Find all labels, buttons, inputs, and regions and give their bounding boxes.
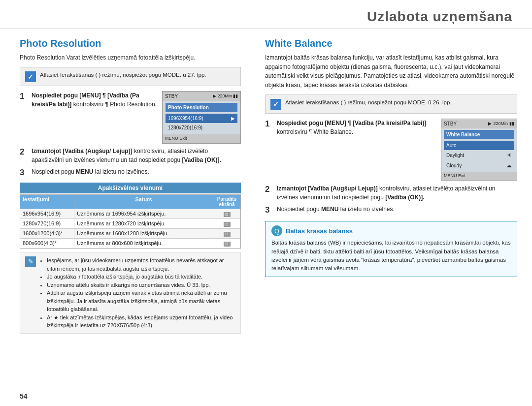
tip-box: Q Baltās krāsas balanss Baltās krāsas ba… (265, 221, 517, 277)
wb-camera-body: White Balance Auto Daylight ☀ (441, 128, 517, 172)
content-2: Uzņēmums ar 1280x720 izšķirtspēju. (74, 219, 213, 228)
camera-item-1: 1696X954(16:9) ▶ (166, 114, 237, 123)
white-balance-desc: Izmantojot baltās krāsas balansa funkcij… (265, 53, 517, 90)
step2-right-bold: Izmantojot [Vadība (Augšup/ Lejup)] (277, 185, 378, 192)
step1-normal: kontrolsviru ¶ Photo Resolution. (73, 101, 157, 108)
note-box-right: ✓ Atlasiet Ierakstīšanas ( ) režīmu, nos… (265, 94, 517, 114)
setting-4: 800x600(4:3)* (20, 239, 74, 248)
tip-body: Baltās krāsas balanss (WB) ir nepiecieša… (271, 239, 511, 273)
note-box-left: ✓ Atlasiet Ierakstīšanas ( ) režīmu, nos… (20, 67, 241, 86)
step-2: 2 Izmantojot [Vadība (Augšup/ Lejup)] ko… (20, 147, 241, 164)
check-icon-right: ✓ (270, 99, 281, 110)
camera-item-2: 1280x720(16:9) (166, 123, 237, 132)
right-column: White Balance Izmantojot baltās krāsas b… (251, 29, 532, 406)
table-row: 1600x1200(4:3)* Uzņēmums ar 1600x1200 iz… (20, 228, 240, 238)
wb-camera-ui: STBY ▶ 220Min ▮▮ White Balance (441, 119, 517, 181)
camera-body-left: Photo Resolution 1696X954(16:9) ▶ 1280x7… (163, 101, 240, 134)
tip-icon: Q (271, 225, 282, 236)
col-header-display: Parādīts ekrānā (213, 195, 240, 209)
page-number: 54 (20, 392, 28, 400)
steps-right: 1 Nospiediet pogu [MENU] ¶ [Vadība (Pa k… (265, 119, 517, 216)
tip-title: Baltās krāsas balanss (286, 227, 353, 235)
list-item: Iespējams, ar jūsu videokameru uzņemtos … (47, 256, 235, 273)
icon-1: ⊡ (213, 209, 240, 219)
table-head: Iestatījumi Saturs Parādīts ekrānā (20, 195, 240, 209)
wb-menu-title: White Balance (444, 130, 514, 139)
left-column: Photo Resolution Photo Resolution Varat … (0, 29, 251, 406)
step3-right-end: lai izietu no izvēlnes. (340, 206, 395, 213)
step-3: 3 Nospiediet pogu MENU lai izietu no izv… (20, 167, 241, 179)
step-1: 1 Nospiediet pogu [MENU] ¶ [Vadība (Pa k… (20, 91, 241, 144)
table-row: 1696x954(16:9) Uzņēmums ar 1696x954 izšķ… (20, 209, 240, 219)
step1-right-normal: kontrolsviru ¶ White Balance. (277, 128, 353, 135)
list-item: Attēli ar augstu izšķirtspēju aizņem vai… (47, 289, 235, 313)
list-item: Uzņemamo attēlu skaits ir atkarīgs no uz… (47, 281, 235, 289)
step3-text: Nospiediet pogu (32, 168, 76, 175)
photo-resolution-desc: Photo Resolution Varat izvēlēties uzņema… (20, 53, 241, 62)
step3-right-menu: MENU (321, 206, 338, 213)
setting-2: 1280x720(16:9) (20, 219, 74, 228)
wb-footer: MENU Exit (441, 172, 517, 181)
step3-right-text: Nospiediet pogu (277, 206, 321, 213)
wb-camera-header: STBY ▶ 220Min ▮▮ (441, 119, 517, 128)
step2-bold: Izmantojot [Vadība (Augšup/ Lejup)] (32, 148, 133, 155)
col-header-settings: Iestatījumi (20, 195, 74, 209)
icon-4: ⊡ (213, 239, 240, 248)
page-title: Uzlabota uzņemšana (367, 9, 512, 24)
wb-item-daylight: Daylight ☀ (444, 150, 514, 160)
submenu-header: Apakšizvēlnes vienumi (20, 183, 241, 193)
step3-menu: MENU (76, 168, 93, 175)
tip-header: Q Baltās krāsas balanss (271, 225, 511, 236)
step-3-right: 3 Nospiediet pogu MENU lai izietu no izv… (265, 205, 517, 217)
step-2-right: 2 Izmantojot [Vadība (Augšup/ Lejup)] ko… (265, 184, 517, 202)
wb-item-cloudy: Cloudy ☁ (444, 160, 514, 171)
content-3: Uzņēmums ar 1600x1200 izšķirtspēju. (74, 229, 213, 238)
info-icon: ✎ (25, 256, 36, 267)
content-area: Photo Resolution Photo Resolution Varat … (0, 29, 532, 406)
col-header-content: Saturs (74, 195, 213, 209)
info-list: Iespējams, ar jūsu videokameru uzņemtos … (40, 256, 235, 330)
list-item: Ar ★ tiek atzīmētas izšķirtspējas, kādas… (47, 313, 235, 330)
icon-3: ⊡ (213, 229, 240, 238)
header: Uzlabota uzņemšana (0, 0, 532, 29)
note-text-left: Atlasiet Ierakstīšanas ( ) režīmu, nospi… (40, 71, 206, 79)
step1-right-bold: Nospiediet pogu [MENU] ¶ [Vadība (Pa kre… (277, 120, 426, 126)
camera-status: STBY (165, 93, 178, 100)
step2-right-close: [Vadība (OK)]. (385, 194, 424, 201)
white-balance-title: White Balance (265, 38, 517, 49)
table-row: 800x600(4:3)* Uzņēmums ar 800x600 izšķir… (20, 238, 240, 248)
photo-resolution-title: Photo Resolution (20, 38, 241, 49)
info-box-left: ✎ Iespējams, ar jūsu videokameru uzņemto… (20, 252, 241, 334)
camera-footer: MENU Exit (163, 134, 240, 143)
page: Uzlabota uzņemšana Photo Resolution Phot… (0, 0, 532, 406)
check-icon: ✓ (25, 71, 36, 82)
list-item: Jo augstāka ir fotoattēla izšķirtspēja, … (47, 273, 235, 281)
icon-2: ⊡ (213, 219, 240, 228)
content-1: Uzņēmums ar 1696x954 izšķirtspēju. (74, 209, 213, 219)
camera-ui-left: STBY ▶ 220Min ▮▮ Photo Resolution (162, 91, 241, 144)
wb-item-auto: Auto (444, 141, 514, 150)
steps-left: 1 Nospiediet pogu [MENU] ¶ [Vadība (Pa k… (20, 91, 241, 179)
setting-3: 1600x1200(4:3)* (20, 229, 74, 238)
camera-menu-title: Photo Resolution (166, 103, 237, 112)
table-row: 1280x720(16:9) Uzņēmums ar 1280x720 izšķ… (20, 219, 240, 228)
note-text-right: Atlasiet Ierakstīšanas ( ) režīmu, nospi… (285, 98, 452, 107)
camera-header: STBY ▶ 220Min ▮▮ (163, 92, 240, 101)
step2-close: [Vadība (OK)]. (182, 156, 221, 163)
resolution-table: Iestatījumi Saturs Parādīts ekrānā 1696x… (20, 194, 241, 249)
content-4: Uzņēmums ar 800x600 izšķirtspēju. (74, 239, 213, 248)
step-1-right: 1 Nospiediet pogu [MENU] ¶ [Vadība (Pa k… (265, 119, 517, 181)
setting-1: 1696x954(16:9) (20, 209, 74, 219)
step3-end: lai izietu no izvēlnes. (95, 168, 149, 175)
